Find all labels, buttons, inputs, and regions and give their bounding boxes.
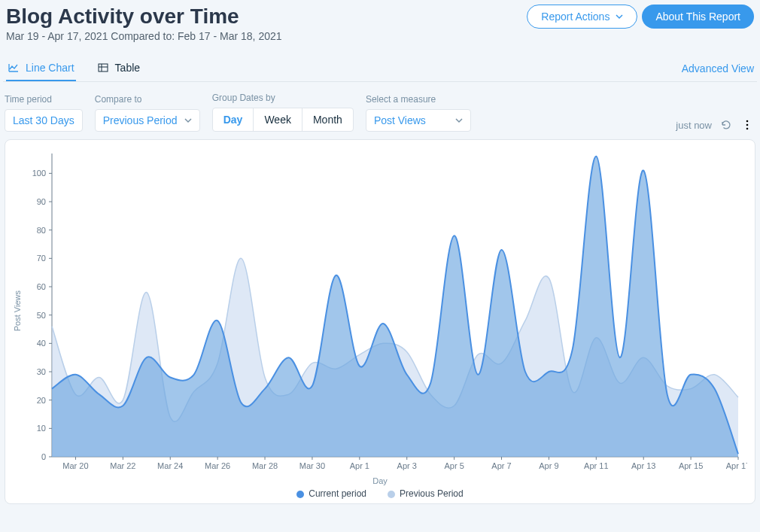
svg-point-2 bbox=[746, 124, 749, 126]
chart-legend: Current period Previous Period bbox=[13, 488, 747, 499]
svg-text:10: 10 bbox=[37, 424, 46, 433]
report-actions-label: Report Actions bbox=[541, 11, 610, 23]
svg-text:Apr 1: Apr 1 bbox=[350, 461, 369, 470]
svg-rect-0 bbox=[99, 64, 108, 71]
last-updated-text: just now bbox=[676, 120, 712, 131]
line-chart-icon bbox=[8, 62, 20, 74]
svg-text:Mar 24: Mar 24 bbox=[157, 461, 183, 470]
tab-line-chart[interactable]: Line Chart bbox=[6, 56, 76, 81]
svg-text:Apr 15: Apr 15 bbox=[679, 461, 703, 470]
svg-text:70: 70 bbox=[37, 254, 46, 263]
svg-text:Mar 28: Mar 28 bbox=[252, 461, 278, 470]
about-report-button[interactable]: About This Report bbox=[642, 5, 754, 29]
time-period-selector[interactable]: Last 30 Days bbox=[5, 109, 83, 132]
svg-text:0: 0 bbox=[41, 452, 46, 461]
chevron-down-icon bbox=[184, 117, 192, 124]
compare-to-value: Previous Period bbox=[103, 114, 178, 126]
svg-text:Mar 22: Mar 22 bbox=[110, 461, 135, 470]
page-title: Blog Activity over Time bbox=[6, 5, 282, 29]
svg-text:Mar 20: Mar 20 bbox=[62, 461, 88, 470]
more-options-button[interactable] bbox=[740, 118, 754, 132]
tab-table[interactable]: Table bbox=[96, 56, 141, 81]
group-dates-label: Group Dates by bbox=[212, 93, 354, 103]
group-dates-segment: Day Week Month bbox=[212, 108, 354, 132]
time-period-label: Time period bbox=[5, 94, 83, 105]
svg-text:80: 80 bbox=[37, 226, 46, 235]
compare-to-label: Compare to bbox=[95, 94, 200, 105]
svg-text:Apr 5: Apr 5 bbox=[444, 461, 464, 470]
svg-text:Apr 11: Apr 11 bbox=[584, 461, 608, 470]
group-month-button[interactable]: Month bbox=[302, 108, 353, 131]
svg-text:30: 30 bbox=[37, 367, 46, 376]
refresh-button[interactable] bbox=[719, 118, 733, 132]
svg-text:Mar 30: Mar 30 bbox=[299, 461, 325, 470]
measure-label: Select a measure bbox=[366, 94, 471, 105]
svg-text:Apr 9: Apr 9 bbox=[539, 461, 558, 470]
svg-text:Apr 17: Apr 17 bbox=[726, 461, 747, 470]
x-axis-title: Day bbox=[13, 476, 747, 485]
tab-line-chart-label: Line Chart bbox=[26, 62, 74, 74]
group-day-button[interactable]: Day bbox=[213, 108, 254, 131]
svg-text:100: 100 bbox=[32, 169, 46, 178]
advanced-view-link[interactable]: Advanced View bbox=[682, 62, 754, 74]
chart-plot[interactable]: 0102030405060708090100Mar 20Mar 22Mar 24… bbox=[23, 147, 747, 475]
measure-value: Post Views bbox=[374, 114, 426, 126]
tab-table-label: Table bbox=[115, 62, 140, 74]
chevron-down-icon bbox=[616, 13, 623, 20]
svg-text:90: 90 bbox=[37, 197, 46, 206]
y-axis-title: Post Views bbox=[13, 290, 22, 331]
svg-point-1 bbox=[746, 120, 749, 123]
about-report-label: About This Report bbox=[655, 11, 740, 23]
compare-to-selector[interactable]: Previous Period bbox=[95, 109, 200, 132]
legend-current: Current period bbox=[296, 488, 366, 499]
svg-text:Apr 7: Apr 7 bbox=[491, 461, 511, 470]
svg-text:Apr 3: Apr 3 bbox=[397, 461, 417, 470]
svg-text:40: 40 bbox=[37, 339, 46, 348]
group-week-button[interactable]: Week bbox=[253, 108, 302, 131]
legend-previous: Previous Period bbox=[388, 488, 464, 499]
chart-card: Post Views 0102030405060708090100Mar 20M… bbox=[5, 139, 755, 504]
table-icon bbox=[97, 62, 109, 74]
svg-point-3 bbox=[746, 128, 749, 130]
chevron-down-icon bbox=[455, 117, 463, 124]
date-range-subtitle: Mar 19 - Apr 17, 2021 Compared to: Feb 1… bbox=[6, 30, 282, 42]
svg-text:20: 20 bbox=[37, 396, 46, 405]
svg-text:60: 60 bbox=[37, 282, 46, 291]
svg-text:Apr 13: Apr 13 bbox=[631, 461, 655, 470]
report-actions-button[interactable]: Report Actions bbox=[527, 5, 637, 29]
svg-text:50: 50 bbox=[37, 311, 46, 320]
measure-selector[interactable]: Post Views bbox=[366, 109, 471, 132]
svg-text:Mar 26: Mar 26 bbox=[205, 461, 230, 470]
